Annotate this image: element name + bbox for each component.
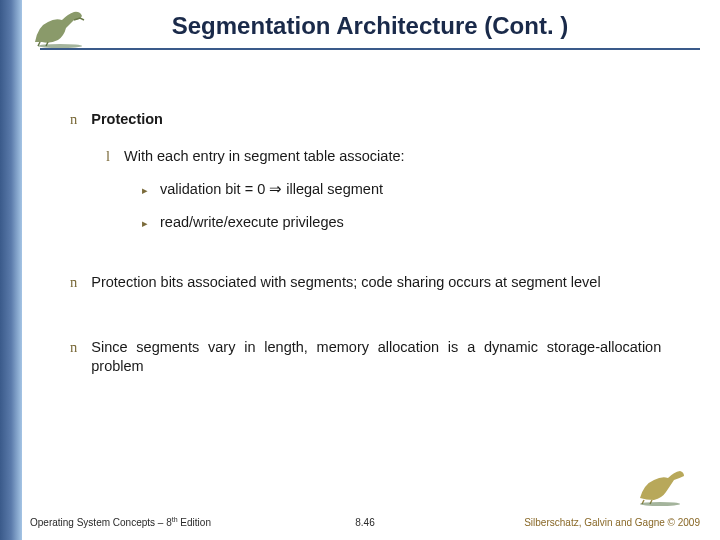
bullet-marker: n <box>70 274 77 290</box>
bullet-text: With each entry in segment table associa… <box>124 148 404 164</box>
bullet-marker: n <box>70 111 77 127</box>
bullet-text: Protection <box>91 111 163 127</box>
footer-text: Operating System Concepts – 8 <box>30 517 172 528</box>
bullet-marker: n <box>70 339 77 355</box>
triangle-bullet-icon: ▸ <box>142 217 148 229</box>
triangle-bullet-icon: ▸ <box>142 184 148 196</box>
left-accent-bar <box>0 0 22 540</box>
bullet-level1: nSince segments vary in length, memory a… <box>70 338 670 376</box>
slide-header: Segmentation Architecture (Cont. ) <box>40 12 700 50</box>
slide-body: nProtection lWith each entry in segment … <box>70 110 670 394</box>
bullet-level3: ▸validation bit = 0 ⇒ illegal segment <box>142 180 670 199</box>
footer-copyright: Silberschatz, Galvin and Gagne © 2009 <box>524 517 700 528</box>
slide-title: Segmentation Architecture (Cont. ) <box>40 12 700 50</box>
bullet-level2: lWith each entry in segment table associ… <box>106 147 670 166</box>
footer-book-title: Operating System Concepts – 8th Edition <box>30 516 211 528</box>
bullet-level3: ▸read/write/execute privileges <box>142 213 670 232</box>
bullet-level1: nProtection <box>70 110 670 129</box>
bullet-text: read/write/execute privileges <box>160 214 344 230</box>
slide-number: 8.46 <box>355 517 374 528</box>
svg-point-1 <box>640 502 680 506</box>
footer-text: Edition <box>178 517 211 528</box>
dinosaur-icon <box>634 466 690 506</box>
bullet-text: Protection bits associated with segments… <box>91 273 661 292</box>
bullet-text: Since segments vary in length, memory al… <box>91 338 661 376</box>
bullet-marker: l <box>106 148 110 164</box>
bullet-level1: nProtection bits associated with segment… <box>70 273 670 292</box>
bullet-text: validation bit = 0 ⇒ illegal segment <box>160 181 383 197</box>
